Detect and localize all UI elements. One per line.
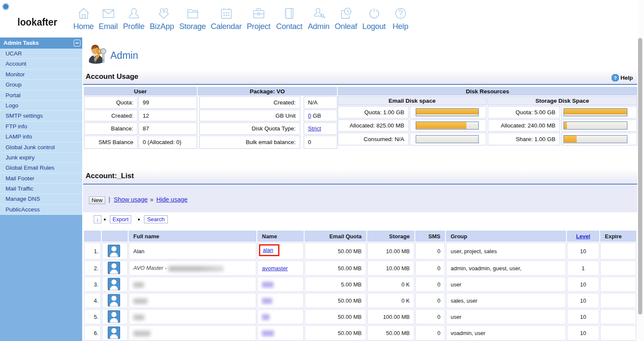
svg-text:?: ? xyxy=(614,75,617,81)
